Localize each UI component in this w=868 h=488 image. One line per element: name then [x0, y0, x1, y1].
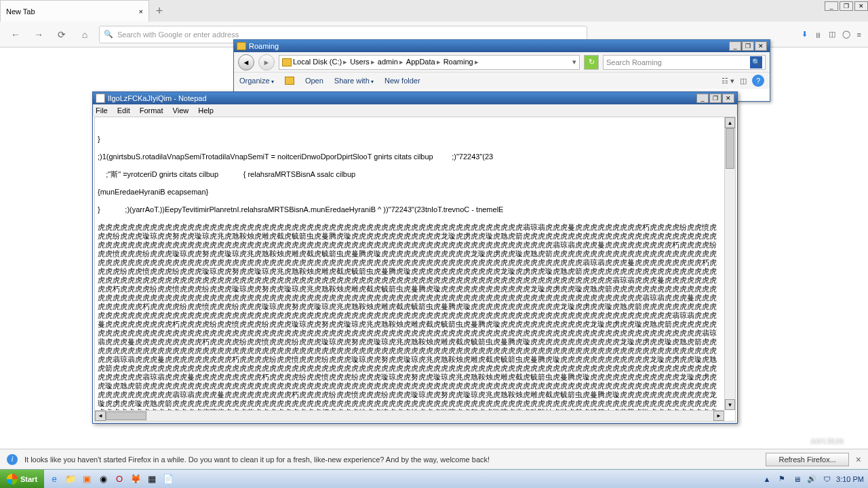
taskbar-quicklaunch: e 📁 ▣ ◉ O 🦊 ▦ 📄	[44, 472, 178, 486]
breadcrumb-item[interactable]: Users	[350, 58, 376, 66]
open-button[interactable]: Open	[305, 77, 323, 85]
explorer-close-button[interactable]: ✕	[755, 41, 767, 51]
notepad-titlebar[interactable]: lIgoLzFCKaJIyiQim - Notepad _ ❐ ✕	[93, 92, 737, 104]
scroll-up-arrow[interactable]: ▲	[725, 117, 735, 128]
scroll-down-arrow[interactable]: ▼	[725, 399, 735, 410]
notepad-taskbar-icon[interactable]: 📄	[161, 472, 176, 486]
ie-icon[interactable]: e	[47, 472, 62, 486]
new-folder-button[interactable]: New folder	[384, 77, 420, 85]
start-label: Start	[20, 475, 37, 483]
maximize-button[interactable]: ❐	[840, 1, 853, 11]
minimize-button[interactable]: _	[825, 1, 838, 11]
search-icon: 🔍	[104, 30, 113, 39]
menu-help[interactable]: Help	[198, 106, 214, 115]
play-icon	[848, 435, 857, 447]
chrome-icon[interactable]: ◉	[96, 472, 111, 486]
breadcrumb-item[interactable]: Roaming	[443, 58, 480, 66]
firefox-tab-newtab[interactable]: New Tab ×	[0, 0, 149, 22]
home-button[interactable]: ⌂	[76, 26, 94, 43]
explorer-search-input[interactable]: Search Roaming 🔍	[603, 55, 766, 70]
menu-view[interactable]: View	[173, 106, 189, 115]
explorer-back-button[interactable]: ◄	[238, 54, 254, 70]
watermark: ANY.RUN	[810, 435, 857, 447]
menu-file[interactable]: File	[96, 106, 108, 115]
firefox-tabstrip: New Tab × + _ ❐ ✕	[0, 0, 868, 22]
breadcrumb-item[interactable]: Local Disk (C:)	[293, 58, 349, 66]
reload-button[interactable]: ⟳	[53, 26, 71, 43]
explorer-maximize-button[interactable]: ❐	[742, 41, 754, 51]
opera-icon[interactable]: O	[112, 472, 127, 486]
code-line: ;)1(gnirtsbuS.rotadilaVnapSemiTrotadilaV…	[98, 152, 723, 161]
firefox-taskbar-icon[interactable]: 🦊	[128, 472, 143, 486]
scroll-left-arrow[interactable]: ◄	[95, 411, 106, 421]
notepad-title-text: lIgoLzFCKaJIyiQim - Notepad	[108, 94, 207, 102]
close-button[interactable]: ✕	[854, 1, 868, 11]
notepad-maximize-button[interactable]: ❐	[709, 94, 722, 103]
drive-icon	[282, 58, 292, 66]
notepad-minimize-button[interactable]: _	[696, 94, 709, 103]
explorer-navbar: ◄ ► Local Disk (C:) Users admin AppData …	[234, 52, 770, 73]
tray-monitor-icon[interactable]: 🖥	[791, 474, 802, 485]
watermark-text: ANY.RUN	[810, 437, 844, 445]
notepad-text-area[interactable]: } ;)1(gnirtsbuS.rotadilaVnapSemiTrotadil…	[94, 117, 736, 422]
folder-icon	[237, 42, 246, 50]
code-line: ;"斯" =yrotceriD gnirts citats cilbup { r…	[98, 170, 723, 179]
firefox-right-icons: ⬇ ⫼ ◫ ◯ ≡	[802, 30, 861, 39]
breadcrumb-dropdown-icon[interactable]: ▾	[572, 58, 576, 66]
explorer-taskbar-icon[interactable]: 📁	[63, 472, 78, 486]
notification-text: It looks like you haven't started Firefo…	[24, 455, 490, 464]
menu-icon[interactable]: ≡	[857, 30, 861, 39]
cjk-filler-text: 虎虎虎虎虎虎虎虎虎虎虎虎虎虎虎虎虎虎虎虎虎虎虎虎虎虎虎虎虎虎虎虎虎虎虎虎虎虎虎虎…	[98, 223, 723, 422]
start-button[interactable]: Start	[0, 470, 44, 489]
search-go-button[interactable]: 🔍	[750, 56, 762, 68]
explorer-minimize-button[interactable]: _	[729, 41, 741, 51]
horizontal-scrollbar[interactable]: ◄ ►	[95, 410, 724, 421]
media-icon[interactable]: ▣	[79, 472, 94, 486]
back-button[interactable]: ←	[7, 26, 24, 43]
tab-close-icon[interactable]: ×	[139, 7, 143, 16]
scroll-right-arrow[interactable]: ►	[713, 411, 724, 421]
search-placeholder: Search Roaming	[606, 58, 662, 66]
tray-shield-icon[interactable]: 🛡	[821, 474, 832, 485]
organize-menu[interactable]: Organize	[239, 77, 274, 85]
tray-expand-icon[interactable]: ▲	[762, 474, 772, 485]
code-line: }	[98, 135, 723, 144]
share-menu[interactable]: Share with	[334, 77, 374, 85]
notepad-icon	[96, 94, 105, 103]
refresh-firefox-button[interactable]: Refresh Firefox...	[766, 453, 848, 466]
taskbar-clock[interactable]: 3:10 PM	[836, 475, 864, 483]
breadcrumb-item[interactable]: admin	[378, 58, 405, 66]
downloads-icon[interactable]: ⬇	[802, 30, 808, 39]
code-line: {munEredaeHyraniB ecapseman}	[98, 188, 723, 197]
vscroll-thumb[interactable]	[726, 128, 734, 169]
menu-edit[interactable]: Edit	[117, 106, 130, 115]
preview-pane-icon[interactable]: ◫	[740, 77, 747, 85]
notepad-window: lIgoLzFCKaJIyiQim - Notepad _ ❐ ✕ File E…	[92, 92, 738, 424]
account-icon[interactable]: ◯	[842, 30, 850, 39]
firefox-notification-bar: i It looks like you haven't started Fire…	[0, 449, 868, 469]
explorer-refresh-button[interactable]: ↻	[584, 55, 599, 70]
folder-small-icon	[285, 77, 294, 85]
view-options-icon[interactable]: ☷ ▾	[722, 77, 734, 85]
explorer-forward-button[interactable]: ►	[258, 54, 275, 70]
tab-title: New Tab	[6, 7, 35, 16]
forward-button[interactable]: →	[30, 26, 47, 43]
vertical-scrollbar[interactable]: ▲ ▼	[724, 117, 735, 410]
menu-format[interactable]: Format	[140, 106, 163, 115]
info-icon: i	[7, 454, 18, 465]
library-icon[interactable]: ⫼	[814, 30, 822, 39]
tray-flag-icon[interactable]: ⚑	[776, 474, 787, 485]
breadcrumb-item[interactable]: AppData	[406, 58, 442, 66]
tray-volume-icon[interactable]: 🔊	[806, 474, 817, 485]
explorer-titlebar[interactable]: Roaming _ ❐ ✕	[234, 40, 770, 52]
explorer-title-text: Roaming	[249, 42, 279, 50]
app-icon[interactable]: ▦	[144, 472, 159, 486]
help-icon[interactable]: ?	[752, 75, 764, 87]
notepad-close-button[interactable]: ✕	[722, 94, 734, 103]
hscroll-thumb[interactable]	[106, 411, 146, 420]
notification-close-button[interactable]: ×	[856, 454, 861, 465]
new-tab-button[interactable]: +	[149, 0, 170, 22]
explorer-breadcrumb[interactable]: Local Disk (C:) Users admin AppData Roam…	[279, 55, 580, 70]
notepad-content: } ;)1(gnirtsbuS.rotadilaVnapSemiTrotadil…	[98, 117, 723, 422]
sidebar-icon[interactable]: ◫	[829, 30, 835, 39]
